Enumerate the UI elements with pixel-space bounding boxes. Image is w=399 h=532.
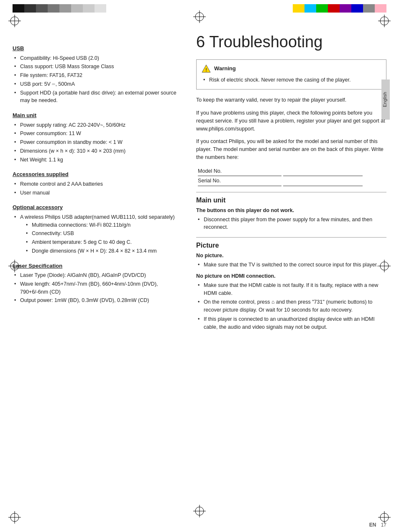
accessories-heading: Accessories supplied <box>13 170 184 179</box>
warning-label: Warning <box>214 65 236 72</box>
model-no-line: Model No. <box>196 166 386 176</box>
list-item: Disconnect this player from the power su… <box>198 216 386 232</box>
main-unit-spec-heading: Main unit <box>13 111 184 120</box>
page-content: USB Compatibility: Hi-Speed USB (2.0) Cl… <box>13 29 386 511</box>
buttons-not-work-list: Disconnect this player from the power su… <box>196 216 386 232</box>
list-item: A wireless Philips USB adapter(named WUB… <box>14 213 184 255</box>
color-seg <box>71 4 83 13</box>
list-item: Dimensions (w × h × d): 310 × 40 × 203 (… <box>14 147 184 155</box>
list-item: Output power: 1mW (BD), 0.3mW (DVD), 0.2… <box>14 297 184 304</box>
list-item: File system: FAT16, FAT32 <box>14 72 184 79</box>
reg-mark-bl <box>8 511 21 524</box>
left-column: USB Compatibility: Hi-Speed USB (2.0) Cl… <box>13 29 192 511</box>
page-number: EN 17 <box>369 522 386 528</box>
serial-label: Serial No. <box>198 176 281 186</box>
right-color-bar <box>293 4 386 13</box>
warning-box: ! Warning Risk of electric shock. Never … <box>196 59 386 90</box>
color-seg-pink <box>375 4 386 13</box>
list-item: On the remote control, press ⌂ and then … <box>198 298 386 314</box>
list-item: Multimedia connections: Wi-Fi 802.11b/g/… <box>26 221 184 229</box>
divider-2 <box>196 237 386 238</box>
reg-mark-tr <box>378 15 391 27</box>
laser-spec-list: Laser Type (Diode): AlGaInN (BD), AlGaIn… <box>13 271 184 304</box>
intro-para-1: To keep the warranty valid, never try to… <box>196 96 386 104</box>
optional-accessory-heading: Optional accessory <box>13 203 184 212</box>
color-seg-red <box>328 4 340 13</box>
svg-text:!: ! <box>205 67 207 72</box>
color-seg <box>95 4 106 13</box>
buttons-not-work-heading: The buttons on this player do not work. <box>196 207 386 213</box>
list-item: Class support: USB Mass Storage Class <box>14 63 184 71</box>
color-seg-yellow <box>293 4 304 13</box>
chapter-title-text: Troubleshooting <box>209 33 322 51</box>
color-seg-purple <box>340 4 351 13</box>
list-item: Make sure that the TV is switched to the… <box>198 261 386 269</box>
list-item: Compatibility: Hi-Speed USB (2.0) <box>14 54 184 62</box>
color-seg-blue <box>351 4 363 13</box>
warning-icon: ! <box>202 64 211 73</box>
color-seg-gray <box>363 4 375 13</box>
page-num-value: 17 <box>381 522 386 528</box>
list-item: Wave length: 405+7nm/-7nm (BD), 660+4nm/… <box>14 280 184 296</box>
list-item: Power supply rating: AC 220-240V~, 50/60… <box>14 121 184 129</box>
en-label: EN <box>369 522 376 528</box>
laser-spec-heading: Laser Specification <box>13 262 184 270</box>
usb-list: Compatibility: Hi-Speed USB (2.0) Class … <box>13 54 184 105</box>
crosshair-top <box>193 10 206 23</box>
model-label: Model No. <box>198 166 281 176</box>
color-seg <box>36 4 48 13</box>
reg-mark-tl <box>8 15 21 27</box>
usb-heading: USB <box>13 44 184 53</box>
list-item: Support HDD (a portable hard disc drive)… <box>14 89 184 105</box>
list-item: Remote control and 2 AAA batteries <box>14 180 184 188</box>
list-item: Ambient temperature: 5 deg C to 40 deg C… <box>26 238 184 246</box>
list-item: User manual <box>14 189 184 197</box>
color-seg-green <box>316 4 328 13</box>
warning-item: Risk of electric shock. Never remove the… <box>203 77 381 84</box>
color-seg <box>24 4 36 13</box>
main-unit-heading: Main unit <box>196 197 386 204</box>
chapter-number: 6 <box>196 33 205 51</box>
language-tab: English <box>381 79 390 120</box>
list-item: Make sure that the HDMI cable is not fau… <box>198 281 386 297</box>
list-item: Connectivity: USB <box>26 230 184 238</box>
left-color-bar <box>13 4 106 13</box>
list-item: If this player is connected to an unauth… <box>198 315 386 331</box>
serial-no-line: Serial No. <box>196 176 386 186</box>
list-item: Dongle dimensions (W × H × D): 28.4 × 82… <box>26 247 184 255</box>
accessories-list: Remote control and 2 AAA batteries User … <box>13 180 184 197</box>
list-item: Laser Type (Diode): AlGaInN (BD), AlGaIn… <box>14 271 184 279</box>
list-item: USB port: 5V ⎓, 500mA <box>14 80 184 88</box>
sub-list: Multimedia connections: Wi-Fi 802.11b/g/… <box>20 221 184 255</box>
list-item: Net Weight: 1.1 kg <box>14 156 184 164</box>
no-picture-heading: No picture. <box>196 253 386 258</box>
divider-1 <box>196 192 386 192</box>
picture-heading: Picture <box>196 242 386 249</box>
main-unit-spec-list: Power supply rating: AC 220-240V~, 50/60… <box>13 121 184 164</box>
list-item: Power consumption in standby mode: < 1 W <box>14 138 184 146</box>
list-item: Power consumption: 11 W <box>14 130 184 138</box>
warning-header: ! Warning <box>202 64 381 73</box>
intro-para-2: If you have problems using this player, … <box>196 109 386 133</box>
color-seg <box>48 4 59 13</box>
no-picture-list: Make sure that the TV is switched to the… <box>196 261 386 269</box>
color-seg-cyan <box>304 4 316 13</box>
color-seg <box>13 4 24 13</box>
no-picture-hdmi-list: Make sure that the HDMI cable is not fau… <box>196 281 386 331</box>
no-picture-hdmi-heading: No picture on HDMI connection. <box>196 273 386 279</box>
color-seg <box>59 4 71 13</box>
intro-para-3: If you contact Philips, you will be aske… <box>196 138 386 161</box>
warning-list: Risk of electric shock. Never remove the… <box>202 77 381 84</box>
right-column: English 6Troubleshooting ! Warning Risk … <box>192 29 386 511</box>
color-seg <box>83 4 95 13</box>
chapter-title: 6Troubleshooting <box>196 33 386 51</box>
optional-accessory-list: A wireless Philips USB adapter(named WUB… <box>13 213 184 255</box>
